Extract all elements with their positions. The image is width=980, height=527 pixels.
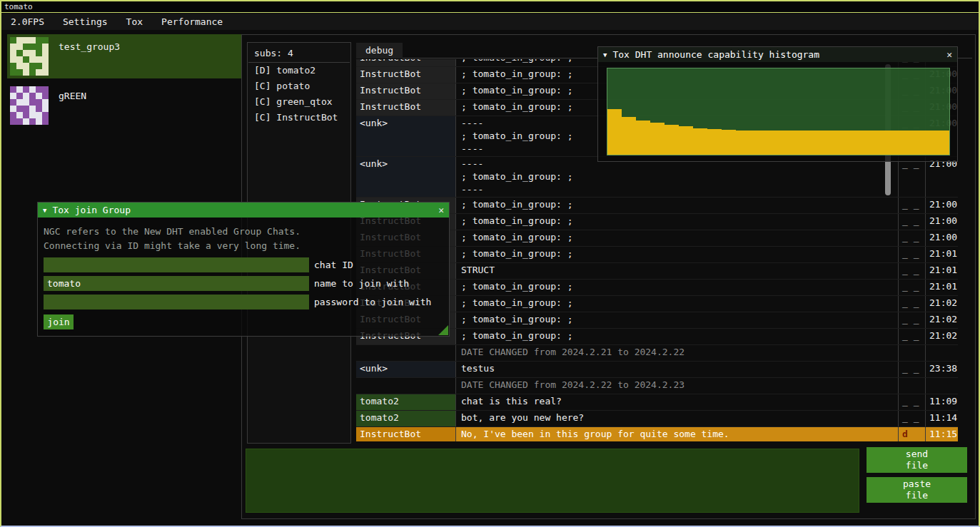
subs-member[interactable]: [C] InstructBot [248, 110, 350, 126]
message-status: _ _ [898, 329, 925, 344]
join-window-titlebar[interactable]: ▼ Tox join Group ✕ [38, 203, 449, 218]
chat-row[interactable]: tomato2bot, are you new here?_ _11:14 [356, 411, 958, 427]
chat-row[interactable]: <unk>---- ; tomato_in_group: ; ----_ _21… [356, 157, 958, 198]
avatar-pixel [10, 50, 16, 56]
message-text: ; tomato_in_group: ; [456, 312, 898, 328]
avatar-pixel [42, 86, 49, 93]
avatar-pixel [10, 56, 16, 63]
histogram-bar [835, 131, 849, 155]
message-status: d [898, 427, 925, 441]
avatar-pixel [29, 63, 36, 69]
message-time: 21:01 [925, 247, 958, 262]
avatar-pixel [16, 63, 23, 69]
histogram-bar [849, 131, 864, 155]
avatar-pixel [10, 63, 16, 69]
message-text: ; tomato_in_group: ; [456, 198, 898, 213]
sender-name: InstructBot [356, 59, 456, 66]
sender-name: InstructBot [356, 67, 456, 83]
message-time: 11:09 [925, 394, 958, 410]
avatar-pixel [36, 106, 42, 112]
message-time: 21:00 [925, 230, 958, 246]
message-time: 21:02 [925, 296, 958, 312]
histogram-window-titlebar[interactable]: ▼ Tox DHT announce capability histogram … [598, 47, 957, 62]
subs-member[interactable]: [C] potato [248, 78, 350, 94]
join-input-chat-id[interactable] [44, 257, 309, 272]
message-text: bot, are you new here? [456, 411, 898, 426]
histogram-window-body [598, 62, 957, 161]
message-input[interactable] [246, 449, 859, 513]
avatar-pixel [29, 99, 36, 106]
avatar-pixel [29, 93, 36, 99]
message-status [898, 345, 925, 361]
sender-name: InstructBot [356, 427, 456, 441]
message-status: _ _ [898, 230, 925, 246]
avatar-pixel [29, 50, 36, 56]
join-input-password[interactable] [44, 295, 309, 309]
join-input-name[interactable] [44, 276, 309, 291]
avatar-pixel [42, 112, 49, 118]
collapse-arrow-icon[interactable]: ▼ [43, 207, 46, 214]
avatar-pixel [42, 63, 49, 69]
collapse-arrow-icon[interactable]: ▼ [603, 51, 607, 58]
message-status: _ _ [898, 280, 925, 295]
chat-row[interactable]: tomato2chat is this real?_ _11:09 [356, 394, 958, 411]
join-info-line: Connecting via ID might take a very long… [44, 239, 443, 253]
join-field-row: chat ID [44, 257, 443, 272]
sender-name [356, 345, 456, 361]
close-icon[interactable]: ✕ [438, 205, 444, 215]
message-time: 21:01 [925, 263, 958, 279]
subs-member[interactable]: [D] tomato2 [248, 63, 350, 78]
join-field-row: password to join with [44, 295, 443, 309]
paste-file-button[interactable]: paste file [867, 477, 967, 503]
avatar-pixel [23, 118, 29, 125]
histogram-bar [892, 131, 906, 155]
join-field-label: chat ID [314, 260, 353, 270]
histogram-bar [622, 117, 636, 155]
avatar-pixel [16, 50, 23, 56]
subs-member[interactable]: [C] green_qtox [248, 94, 350, 110]
avatar-pixel [29, 112, 36, 118]
avatar-pixel [29, 86, 36, 93]
avatar-pixel [10, 106, 16, 112]
chat-row[interactable]: DATE CHANGED from 2024.2.21 to 2024.2.22 [356, 345, 958, 362]
close-icon[interactable]: ✕ [946, 49, 952, 60]
message-status [898, 378, 925, 394]
avatar-pixel [36, 37, 42, 44]
send-file-button[interactable]: send file [867, 447, 967, 473]
avatar-pixel [23, 86, 29, 93]
avatar-pixel [29, 69, 36, 76]
chat-row[interactable]: InstructBotNo, I've been in this group f… [356, 427, 958, 441]
avatar-pixel [42, 56, 49, 63]
histogram-bar [807, 131, 821, 155]
join-button[interactable]: join [44, 314, 74, 329]
menu-item-settings[interactable]: Settings [54, 14, 117, 30]
menu-item-performance[interactable]: Performance [152, 14, 232, 30]
message-time: 21:01 [925, 280, 958, 295]
join-group-window: ▼ Tox join Group ✕ NGC refers to the New… [37, 202, 450, 337]
histogram-bar [906, 131, 921, 155]
avatar-pixel [23, 69, 29, 76]
join-window-body: NGC refers to the New DHT enabled Group … [38, 218, 449, 336]
chat-row[interactable]: DATE CHANGED from 2024.2.22 to 2024.2.23 [356, 378, 958, 394]
message-time: 21:00 [925, 198, 958, 213]
histogram-bar [778, 131, 792, 155]
avatar-pixel [42, 118, 49, 125]
message-text: ; tomato_in_group: ; [456, 230, 898, 246]
avatar-pixel [36, 56, 42, 63]
message-text: DATE CHANGED from 2024.2.21 to 2024.2.22 [456, 345, 898, 361]
message-text: chat is this real? [456, 394, 898, 410]
tab-debug[interactable]: debug [356, 43, 403, 58]
menu-item-tox[interactable]: Tox [117, 14, 152, 30]
histogram-window-title: Tox DHT announce capability histogram [612, 49, 941, 60]
avatar-pixel [16, 118, 23, 125]
resize-grip-icon[interactable] [438, 325, 448, 335]
subs-list: [D] tomato2[C] potato[C] green_qtox[C] I… [248, 63, 350, 126]
avatar-pixel [42, 69, 49, 76]
group-item-test_group3[interactable]: test_group3 [7, 34, 241, 78]
sender-name: <unk> [356, 157, 456, 197]
avatar-pixel [23, 106, 29, 112]
sender-name: tomato2 [356, 411, 456, 426]
group-item-gREEN[interactable]: gREEN [7, 83, 241, 128]
menu-bar: 2.0FPSSettingsToxPerformance [1, 14, 979, 30]
chat-row[interactable]: <unk>testus_ _23:38 [356, 362, 958, 378]
